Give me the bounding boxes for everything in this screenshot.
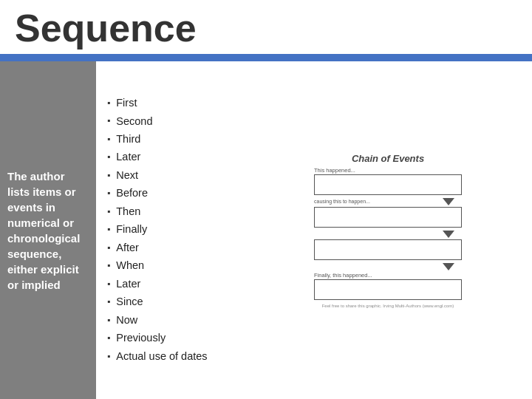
chain-box-1 [314, 174, 462, 195]
list-item-text: Now [116, 312, 137, 328]
chain-label-4: Finally, this happened... [314, 272, 462, 279]
arrow-row-1: causing this to happen... [314, 198, 462, 205]
list-item: Third [107, 131, 236, 147]
list-item: Then [107, 203, 236, 219]
list-item-text: After [116, 239, 139, 256]
right-panel: Chain of Events This happened... causing… [244, 61, 532, 399]
list-item: Before [107, 185, 236, 201]
arrow-down-3 [443, 263, 454, 270]
chain-box-2 [314, 207, 462, 228]
chain-label-1: This happened... [314, 167, 462, 174]
chain-section-3 [314, 239, 462, 260]
chain-box-3 [314, 239, 462, 260]
list-item-text: When [116, 257, 144, 273]
blue-divider [0, 54, 532, 61]
arrow-row-3 [314, 263, 462, 270]
content-area: The author lists items or events in nume… [0, 61, 532, 399]
list-item-text: Next [116, 167, 138, 183]
list-item-text: Actual use of dates [116, 348, 207, 364]
list-item: Second [107, 113, 236, 129]
chain-box-4 [314, 279, 462, 300]
page-title: Sequence [15, 7, 197, 50]
list-item: After [107, 239, 236, 256]
list-item-text: Second [116, 113, 152, 129]
arrow-label-1: causing this to happen... [314, 199, 443, 204]
list-item: First [107, 95, 236, 111]
diagram-title: Chain of Events [352, 153, 424, 164]
chain-section-4: Finally, this happened... [314, 272, 462, 300]
page: Sequence The author lists items or event… [0, 0, 532, 399]
list-item-text: Finally [116, 221, 147, 237]
description-text: The author lists items or events in nume… [7, 168, 89, 293]
list-item: Finally [107, 221, 236, 237]
chain-section-2 [314, 207, 462, 228]
chain-of-events-diagram: Chain of Events This happened... causing… [307, 153, 469, 308]
list-item: When [107, 257, 236, 273]
arrow-down-1 [443, 198, 454, 205]
list-item: Previously [107, 330, 236, 346]
source-text: Feel free to share this graphic. Irving … [322, 304, 454, 308]
list-item-text: First [116, 95, 137, 111]
list-item: Actual use of dates [107, 348, 236, 364]
list-item-text: Before [116, 185, 148, 201]
list-item-text: Previously [116, 330, 166, 346]
list-item-text: Then [116, 203, 140, 219]
list-item: Later [107, 149, 236, 165]
sequence-list: FirstSecondThirdLaterNextBeforeThenFinal… [96, 61, 244, 399]
title-bar: Sequence [0, 0, 532, 54]
left-panel: The author lists items or events in nume… [0, 61, 96, 399]
list-item: Since [107, 293, 236, 310]
list-item: Now [107, 312, 236, 328]
list-item-text: Third [116, 131, 140, 147]
list-item-text: Since [116, 293, 143, 310]
chain-section-1: This happened... [314, 167, 462, 195]
arrow-down-2 [443, 231, 454, 238]
arrow-row-2 [314, 231, 462, 238]
list-item: Later [107, 276, 236, 292]
list-item-text: Later [116, 149, 140, 165]
list-item-text: Later [116, 276, 140, 292]
list-item: Next [107, 167, 236, 183]
